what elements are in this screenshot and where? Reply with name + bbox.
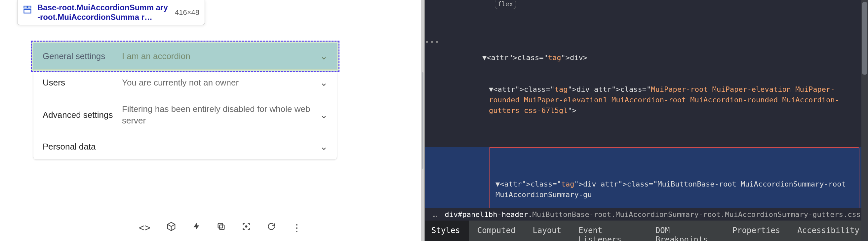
vertical-scrollbar[interactable] [861,0,868,241]
accordion: General settings I am an accordion ⌄ Use… [33,43,337,160]
page-preview-pane: Acc Base-root.MuiAccordionSumm ary-root.… [0,0,423,241]
chevron-down-icon: ⌄ [320,51,328,62]
cube-icon[interactable] [166,221,176,234]
svg-rect-3 [219,225,224,230]
bolt-icon[interactable] [192,221,200,234]
scan-icon[interactable] [242,222,251,233]
refresh-icon[interactable] [267,222,276,233]
copy-icon[interactable] [217,222,226,233]
pane-resize-handle[interactable] [421,0,425,241]
dom-breadcrumb[interactable]: … div#panel1bh-header.MuiButtonBase-root… [423,208,868,220]
devtools-elements-pane: flex ••• ▼<attr">class="tag">div> ▼<attr… [423,0,868,241]
sandbox-toolbar: <> ⋮ [139,221,302,234]
dom-node[interactable]: ▼<attr">class="tag">div attr">class="Mui… [423,84,868,116]
accordion-subtitle: Filtering has been entirely disabled for… [122,103,320,127]
scrollbar-thumb[interactable] [862,2,867,75]
accordion-subtitle: I am an accordion [122,50,320,62]
devtools-tabs: Styles Computed Layout Event Listeners D… [423,220,868,241]
tab-properties[interactable]: Properties [724,220,789,241]
tooltip-selector-text: Base-root.MuiAccordionSumm ary-root.MuiA… [37,3,169,22]
layout-grid-icon [23,5,32,16]
more-vert-icon[interactable]: ⋮ [292,222,302,233]
accordion-row-personal[interactable]: Personal data ⌄ [33,134,337,160]
dom-node[interactable]: ▼<attr">class="tag">div> [423,53,868,63]
tooltip-dimensions: 416×48 [175,8,199,17]
tab-computed[interactable]: Computed [469,220,524,241]
accordion-row-users[interactable]: Users You are currently not an owner ⌄ [33,70,337,96]
dom-tree[interactable]: flex ••• ▼<attr">class="tag">div> ▼<attr… [423,0,868,241]
accordion-row-advanced[interactable]: Advanced settings Filtering has been ent… [33,96,337,134]
code-icon[interactable]: <> [139,222,150,233]
accordion-row-general[interactable]: General settings I am an accordion ⌄ [33,43,337,70]
accordion-subtitle: You are currently not an owner [122,77,320,89]
tab-accessibility[interactable]: Accessibility [789,220,868,241]
tab-dom-breakpoints[interactable]: DOM Breakpoints [647,220,724,241]
accordion-title: Users [43,77,122,88]
svg-rect-4 [218,223,223,228]
gutter-dots: ••• [425,37,440,47]
inspector-tooltip: Base-root.MuiAccordionSumm ary-root.MuiA… [17,0,205,25]
tab-event-listeners[interactable]: Event Listeners [570,220,647,241]
svg-rect-1 [28,6,31,8]
chevron-down-icon: ⌄ [320,77,328,88]
accordion-title: General settings [43,51,122,61]
svg-rect-2 [24,9,31,13]
accordion-title: Personal data [43,142,122,152]
tab-styles[interactable]: Styles [423,220,469,241]
breadcrumb-ellipsis[interactable]: … [433,210,437,218]
tab-layout[interactable]: Layout [524,220,570,241]
chevron-down-icon: ⌄ [320,110,328,120]
flex-badge[interactable]: flex [495,0,516,9]
chevron-down-icon: ⌄ [320,141,328,152]
svg-point-5 [246,226,247,228]
svg-rect-0 [24,6,27,8]
accordion-title: Advanced settings [43,110,122,120]
